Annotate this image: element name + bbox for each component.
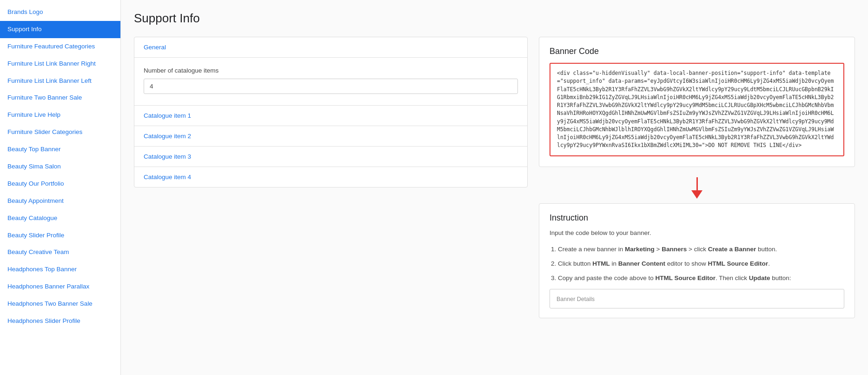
banner-details-box: Banner Details bbox=[550, 289, 844, 308]
arrow-indicator bbox=[539, 174, 855, 203]
sidebar-item-headphones-two-banner-sale[interactable]: Headphones Two Banner Sale bbox=[0, 295, 120, 313]
general-tab[interactable]: General bbox=[134, 37, 527, 58]
catalogue-item-1[interactable]: Catalogue item 1 bbox=[134, 106, 527, 126]
sidebar-item-beauty-sima-salon[interactable]: Beauty Sima Salon bbox=[0, 158, 120, 175]
banner-code-title: Banner Code bbox=[550, 47, 844, 56]
instruction-step-1: Create a new banner in Marketing > Banne… bbox=[558, 243, 844, 255]
content-columns: General Number of catalogue items Catalo… bbox=[134, 37, 855, 318]
banner-code-section: Banner Code <div class="u-hiddenVisually… bbox=[539, 37, 855, 167]
sidebar-item-furniture-list-link-banner-left[interactable]: Furniture List Link Banner Left bbox=[0, 73, 120, 90]
instruction-intro: Input the code below to your banner. bbox=[550, 229, 844, 236]
instruction-step-3: Copy and paste the code above to HTML So… bbox=[558, 272, 844, 284]
banner-details-label: Banner Details bbox=[557, 296, 595, 302]
sidebar-item-beauty-appointment[interactable]: Beauty Appointment bbox=[0, 193, 120, 210]
sidebar-item-support-info[interactable]: Support Info bbox=[0, 21, 120, 38]
arrow-head bbox=[691, 190, 702, 199]
instruction-title: Instruction bbox=[550, 213, 844, 223]
catalogue-items-label: Number of catalogue items bbox=[144, 67, 518, 74]
sidebar-item-furniture-list-link-banner-right[interactable]: Furniture List Link Banner Right bbox=[0, 55, 120, 73]
sidebar-item-headphones-banner-parallax[interactable]: Headphones Banner Parallax bbox=[0, 278, 120, 295]
catalogue-items-input[interactable] bbox=[144, 79, 518, 94]
main-content: Support Info General Number of catalogue… bbox=[121, 0, 868, 375]
sidebar-item-headphones-slider-profile[interactable]: Headphones Slider Profile bbox=[0, 313, 120, 330]
instruction-section: Instruction Input the code below to your… bbox=[539, 203, 855, 318]
sidebar-item-headphones-top-banner[interactable]: Headphones Top Banner bbox=[0, 261, 120, 278]
catalogue-item-2[interactable]: Catalogue item 2 bbox=[134, 126, 527, 147]
catalogue-item-3[interactable]: Catalogue item 3 bbox=[134, 147, 527, 167]
sidebar-item-furniture-live-help[interactable]: Furniture Live Help bbox=[0, 107, 120, 124]
instruction-step-2: Click button HTML in Banner Content edit… bbox=[558, 257, 844, 270]
sidebar-item-beauty-catalogue[interactable]: Beauty Catalogue bbox=[0, 210, 120, 227]
sidebar: Brands LogoSupport InfoFurniture Feautur… bbox=[0, 0, 121, 375]
instruction-list: Create a new banner in Marketing > Banne… bbox=[550, 243, 844, 284]
arrow-shaft bbox=[696, 177, 698, 190]
sidebar-item-beauty-our-portfolio[interactable]: Beauty Our Portfolio bbox=[0, 175, 120, 193]
sidebar-item-brands-logo[interactable]: Brands Logo bbox=[0, 4, 120, 21]
sidebar-item-furniture-featured-categories[interactable]: Furniture Feautured Categories bbox=[0, 38, 120, 55]
right-panel: Banner Code <div class="u-hiddenVisually… bbox=[539, 37, 855, 318]
banner-code-box[interactable]: <div class="u-hiddenVisually" data-local… bbox=[550, 63, 844, 156]
sidebar-item-beauty-top-banner[interactable]: Beauty Top Banner bbox=[0, 141, 120, 158]
form-section: Number of catalogue items bbox=[134, 58, 527, 105]
page-title: Support Info bbox=[134, 11, 855, 26]
sidebar-item-furniture-slider-categories[interactable]: Furniture Slider Categories bbox=[0, 124, 120, 141]
sidebar-item-beauty-slider-profile[interactable]: Beauty Slider Profile bbox=[0, 227, 120, 244]
catalogue-items-list: Catalogue item 1Catalogue item 2Catalogu… bbox=[134, 105, 527, 187]
sidebar-item-furniture-two-banner-sale[interactable]: Furniture Two Banner Sale bbox=[0, 89, 120, 107]
left-panel: General Number of catalogue items Catalo… bbox=[134, 37, 528, 188]
catalogue-item-4[interactable]: Catalogue item 4 bbox=[134, 167, 527, 187]
sidebar-item-beauty-creative-team[interactable]: Beauty Creative Team bbox=[0, 244, 120, 261]
